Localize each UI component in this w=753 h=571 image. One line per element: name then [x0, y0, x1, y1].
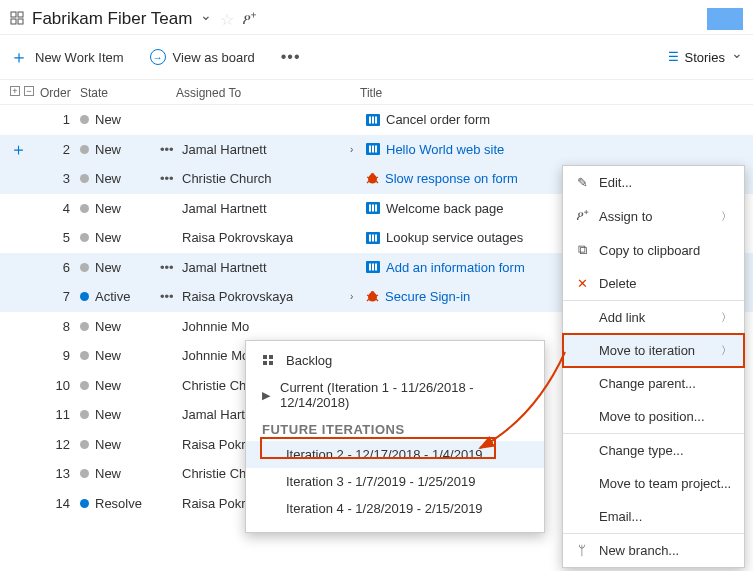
state-dot-icon: [80, 440, 89, 449]
view-as-board-button[interactable]: → View as board: [150, 49, 255, 65]
user-story-icon: [366, 143, 380, 155]
state-dot-icon: [80, 204, 89, 213]
avatar-placeholder[interactable]: [707, 8, 743, 30]
state-dot-icon: [80, 174, 89, 183]
ctx-copy-label: Copy to clipboard: [599, 243, 700, 258]
row-order: 3: [40, 171, 70, 186]
annotation-highlight-iteration: [260, 437, 496, 459]
row-assigned: Johnnie Mo: [160, 319, 350, 334]
row-state: Active: [70, 289, 160, 304]
user-story-icon: [366, 261, 380, 273]
pencil-icon: ✎: [575, 175, 589, 190]
state-dot-icon: [80, 233, 89, 242]
row-state: New: [70, 348, 160, 363]
collapse-all-icon[interactable]: −: [24, 86, 34, 96]
plus-icon: ＋: [10, 45, 28, 69]
col-assigned[interactable]: Assigned To: [160, 86, 350, 100]
add-child-icon[interactable]: ＋: [10, 138, 27, 161]
submenu-backlog-label: Backlog: [286, 353, 332, 368]
ctx-assign-label: Assign to: [599, 209, 652, 224]
row-state: New: [70, 437, 160, 452]
ctx-moveteam-label: Move to team project...: [599, 476, 731, 491]
ctx-add-link[interactable]: Add link 〉: [563, 301, 744, 334]
submenu-iter4-label: Iteration 4 - 1/28/2019 - 2/15/2019: [286, 501, 483, 516]
delete-icon: ✕: [575, 276, 589, 291]
submenu-current[interactable]: ▶ Current (Iteration 1 - 11/26/2018 - 12…: [246, 374, 544, 416]
submenu-backlog[interactable]: Backlog: [246, 347, 544, 374]
svg-rect-13: [18, 19, 23, 24]
page-header: Fabrikam Fiber Team ☆ ዖ⁺: [0, 0, 753, 35]
state-dot-icon: [80, 410, 89, 419]
ctx-addlink-label: Add link: [599, 310, 645, 325]
row-state: New: [70, 378, 160, 393]
expand-all-icon[interactable]: +: [10, 86, 20, 96]
submenu-iter4[interactable]: Iteration 4 - 1/28/2019 - 2/15/2019: [246, 495, 544, 522]
ctx-changetype-label: Change type...: [599, 443, 684, 458]
team-name[interactable]: Fabrikam Fiber Team: [32, 9, 192, 29]
more-actions-icon[interactable]: •••: [281, 48, 301, 66]
ctx-delete-label: Delete: [599, 276, 637, 291]
stories-label: Stories: [685, 50, 725, 65]
svg-rect-10: [11, 12, 16, 17]
ctx-email[interactable]: Email...: [563, 500, 744, 533]
svg-rect-15: [269, 355, 273, 359]
new-work-item-label: New Work Item: [35, 50, 124, 65]
row-state: New: [70, 466, 160, 481]
row-order: 11: [40, 407, 70, 422]
row-order: 10: [40, 378, 70, 393]
state-dot-icon: [80, 469, 89, 478]
ctx-newbranch-label: New branch...: [599, 543, 679, 558]
submenu-iter3[interactable]: Iteration 3 - 1/7/2019 - 1/25/2019: [246, 468, 544, 495]
ctx-change-parent[interactable]: Change parent...: [563, 367, 744, 400]
ctx-edit-label: Edit...: [599, 175, 632, 190]
state-dot-icon: [80, 322, 89, 331]
submenu-current-label: Current (Iteration 1 - 11/26/2018 - 12/1…: [280, 380, 530, 410]
row-order: 7: [40, 289, 70, 304]
stories-dropdown[interactable]: ☰ Stories: [668, 49, 743, 65]
row-title[interactable]: ›Hello World web site: [350, 142, 743, 157]
row-assigned: Jamal Hartnett: [160, 201, 350, 216]
backlog-icon: [262, 355, 276, 367]
ctx-new-branch[interactable]: ᛘ New branch...: [563, 534, 744, 567]
person-icon: ዖ⁺: [575, 208, 589, 224]
copy-icon: ⧉: [575, 242, 589, 258]
state-dot-icon: [80, 263, 89, 272]
row-order: 12: [40, 437, 70, 452]
row-state: New: [70, 112, 160, 127]
row-state: New: [70, 171, 160, 186]
col-order[interactable]: Order: [40, 86, 70, 100]
annotation-highlight-move: [562, 333, 745, 368]
state-dot-icon: [80, 351, 89, 360]
state-dot-icon: [80, 381, 89, 390]
table-row[interactable]: ＋2New•••Jamal Hartnett›Hello World web s…: [0, 135, 753, 165]
ctx-changeparent-label: Change parent...: [599, 376, 696, 391]
ctx-change-type[interactable]: Change type...: [563, 434, 744, 467]
team-dropdown-icon[interactable]: [200, 11, 212, 27]
ctx-edit[interactable]: ✎ Edit...: [563, 166, 744, 199]
row-order: 13: [40, 466, 70, 481]
svg-rect-16: [263, 361, 267, 365]
submenu-iter3-label: Iteration 3 - 1/7/2019 - 1/25/2019: [286, 474, 475, 489]
view-as-board-label: View as board: [173, 50, 255, 65]
bug-icon: [366, 172, 379, 185]
ctx-copy[interactable]: ⧉ Copy to clipboard: [563, 233, 744, 267]
state-dot-icon: [80, 115, 89, 124]
team-members-icon[interactable]: ዖ⁺: [242, 10, 256, 28]
branch-icon: ᛘ: [575, 543, 589, 558]
col-state[interactable]: State: [70, 86, 160, 100]
favorite-star-icon[interactable]: ☆: [220, 10, 234, 29]
ctx-assign[interactable]: ዖ⁺ Assign to 〉: [563, 199, 744, 233]
ctx-move-team[interactable]: Move to team project...: [563, 467, 744, 500]
row-assigned: Raisa Pokrovskaya: [160, 230, 350, 245]
table-row[interactable]: 1NewCancel order form: [0, 105, 753, 135]
ctx-delete[interactable]: ✕ Delete: [563, 267, 744, 300]
team-icon: [10, 11, 24, 28]
col-title[interactable]: Title: [350, 86, 743, 100]
row-order: 8: [40, 319, 70, 334]
row-assigned: •••Jamal Hartnett: [160, 142, 350, 157]
new-work-item-button[interactable]: ＋ New Work Item: [10, 45, 124, 69]
ctx-move-position[interactable]: Move to position...: [563, 400, 744, 433]
bug-icon: [366, 290, 379, 303]
user-story-icon: [366, 114, 380, 126]
column-headers: + − Order State Assigned To Title: [0, 80, 753, 105]
